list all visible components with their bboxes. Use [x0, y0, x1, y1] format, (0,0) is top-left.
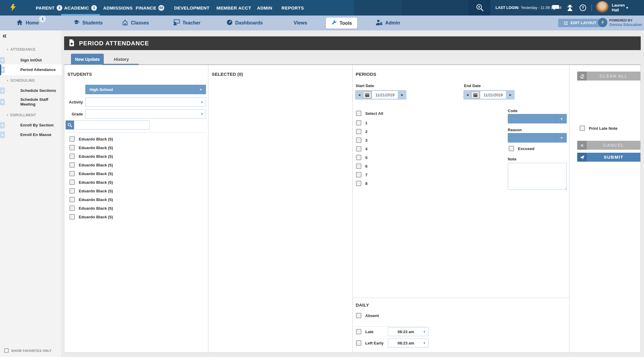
period-checkbox[interactable]	[356, 155, 361, 160]
student-checkbox[interactable]	[69, 145, 75, 150]
late-time-select[interactable]: 08:23 am ▾	[388, 327, 428, 336]
search-icon[interactable]	[469, 0, 490, 16]
sidebar-item-period-attendance[interactable]: ★ Period Attendance	[0, 64, 62, 75]
favorite-star-icon[interactable]: ★	[0, 57, 5, 64]
reason-select[interactable]: ▾	[508, 133, 567, 143]
late-checkbox[interactable]	[356, 329, 361, 334]
nav-item-students[interactable]: Students	[73, 16, 103, 30]
top-nav-item-reports[interactable]: REPORTS	[281, 0, 304, 16]
calendar-icon[interactable]	[471, 91, 479, 98]
help-icon[interactable]: ?	[578, 0, 588, 16]
period-checkbox[interactable]	[356, 146, 361, 152]
period-checkbox[interactable]	[356, 129, 361, 134]
favorite-star-icon[interactable]: ★	[0, 132, 5, 138]
messages-icon[interactable]	[550, 0, 561, 16]
impersonate-icon[interactable]	[564, 0, 575, 16]
student-row[interactable]: Eduardo Black (5)	[69, 135, 113, 143]
next-day-button[interactable]: ▶	[507, 93, 514, 96]
sidebar-item-schedule-sections[interactable]: ★ Schedule Sections	[0, 86, 62, 95]
select-all-checkbox[interactable]	[356, 111, 361, 116]
next-day-button[interactable]: ▶	[399, 93, 406, 96]
absent-checkbox[interactable]	[356, 313, 361, 318]
student-checkbox[interactable]	[69, 197, 75, 202]
student-row[interactable]: Eduardo Black (5)	[69, 213, 113, 220]
top-nav-item-admin[interactable]: ADMIN	[257, 0, 272, 16]
tab-history[interactable]: History	[104, 54, 139, 65]
period-checkbox[interactable]	[356, 172, 361, 177]
period-checkbox[interactable]	[356, 163, 361, 169]
print-late-note-checkbox[interactable]	[580, 126, 585, 131]
student-search-input[interactable]	[74, 120, 150, 129]
excused-row[interactable]: Excused	[509, 145, 535, 152]
sidebar-item-sign-in-out[interactable]: ★ Sign In/Out	[0, 55, 62, 65]
submit-button[interactable]: SUBMIT	[577, 153, 640, 162]
nav-item-tools[interactable]: Tools	[326, 18, 357, 29]
cancel-button[interactable]: × CANCEL	[577, 141, 640, 150]
school-select[interactable]: High School ▾	[85, 85, 206, 94]
student-row[interactable]: Eduardo Black (5)	[69, 144, 113, 151]
left-early-time-select[interactable]: 08:23 am ▾	[388, 339, 428, 347]
clear-all-button[interactable]: CLEAR ALL	[577, 72, 640, 81]
student-checkbox[interactable]	[69, 214, 75, 220]
nav-item-views[interactable]: Views	[294, 16, 307, 30]
favorite-star-icon[interactable]: ★	[0, 122, 5, 129]
period-row[interactable]: 6	[356, 163, 368, 170]
top-nav-item-academic[interactable]: ACADEMIC 1	[64, 0, 97, 16]
student-search-icon[interactable]	[66, 120, 74, 129]
student-checkbox[interactable]	[69, 154, 75, 159]
global-search-field[interactable]	[402, 0, 469, 16]
absent-row[interactable]: Absent	[356, 312, 379, 319]
user-name[interactable]: Lauren Hall	[612, 3, 625, 13]
code-select[interactable]: ▾	[508, 114, 567, 123]
student-row[interactable]: Eduardo Black (5)	[69, 187, 113, 194]
period-checkbox[interactable]	[356, 181, 361, 186]
end-date-input[interactable]: 11/21/2019	[480, 91, 506, 99]
excused-checkbox[interactable]	[509, 146, 514, 151]
sidebar-item-schedule-staff-meeting[interactable]: ★ Schedule Staff Meeting	[0, 96, 62, 108]
left-early-row[interactable]: Left Early	[356, 339, 384, 347]
student-checkbox[interactable]	[69, 171, 75, 176]
period-row[interactable]: 3	[356, 137, 368, 144]
top-nav-item-parent[interactable]: PARENT 3	[36, 0, 62, 16]
student-checkbox[interactable]	[69, 162, 75, 168]
sidebar-section-attendance[interactable]: ▾ ATTENDANCE	[0, 47, 62, 52]
nav-item-admin[interactable]: Admin	[376, 16, 400, 30]
period-row[interactable]: 2	[356, 128, 368, 135]
student-row[interactable]: Eduardo Black (5)	[69, 179, 113, 186]
student-row[interactable]: Eduardo Black (5)	[69, 170, 113, 177]
student-checkbox[interactable]	[69, 205, 75, 211]
period-row[interactable]: 1	[356, 119, 368, 126]
app-logo-bolt-icon[interactable]	[10, 2, 17, 14]
print-late-note-row[interactable]: Print Late Note	[580, 125, 617, 132]
left-early-checkbox[interactable]	[356, 340, 361, 346]
favorite-star-icon[interactable]: ★	[0, 67, 5, 73]
show-favorites-checkbox[interactable]	[4, 348, 9, 353]
grade-select[interactable]: ▾	[85, 109, 206, 119]
top-nav-item-admissions[interactable]: ADMISSIONS	[103, 0, 133, 16]
student-checkbox[interactable]	[69, 180, 75, 185]
note-textarea[interactable]	[508, 163, 567, 190]
top-nav-item-finance[interactable]: FINANCE 60	[136, 0, 164, 16]
student-row[interactable]: Eduardo Black (5)	[69, 196, 113, 203]
nav-item-home[interactable]: Home 1	[16, 16, 39, 30]
prev-day-button[interactable]: ◀	[464, 93, 471, 96]
period-checkbox[interactable]	[356, 137, 361, 143]
student-checkbox[interactable]	[69, 188, 75, 194]
student-row[interactable]: Eduardo Black (5)	[69, 161, 113, 169]
avatar[interactable]	[596, 1, 609, 14]
sidebar-item-enroll-en-masse[interactable]: ★ Enroll En Masse	[0, 130, 62, 140]
student-row[interactable]: Eduardo Black (5)	[69, 153, 113, 160]
tab-new-update[interactable]: New Update	[71, 54, 104, 65]
nav-item-classes[interactable]: Classes	[122, 16, 149, 30]
activity-select[interactable]: ▾	[85, 97, 206, 107]
prev-day-button[interactable]: ◀	[356, 93, 363, 96]
period-row[interactable]: 5	[356, 154, 368, 161]
student-checkbox[interactable]	[69, 136, 75, 142]
edit-layout-button[interactable]: EDIT LAYOUT	[558, 19, 602, 27]
show-favorites-only-toggle[interactable]: SHOW FAVORITES ONLY	[4, 348, 52, 353]
favorite-star-icon[interactable]: ★	[0, 87, 5, 94]
nav-item-dashboards[interactable]: Dashboards	[227, 16, 263, 30]
period-row[interactable]: 7	[356, 171, 368, 178]
favorite-star-icon[interactable]: ★	[0, 99, 5, 105]
user-menu-chevron-down-icon[interactable]: ▼	[626, 6, 629, 10]
